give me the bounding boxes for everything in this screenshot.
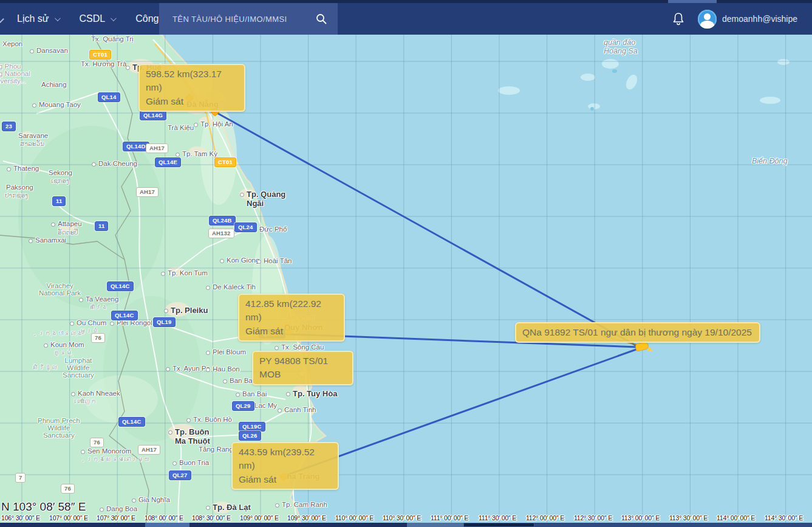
app-window: Lịch sử CSDL Công cụ <box>0 0 812 527</box>
topbar-right-cluster: demoanhh@vishipe <box>672 3 812 35</box>
vessel-search-box <box>159 3 338 35</box>
top-scrollbar-thumb[interactable] <box>668 0 717 3</box>
menu-item[interactable]: Lịch sử <box>17 13 59 24</box>
map-marker[interactable] <box>287 329 292 335</box>
cursor-coordinate-readout: N 103° 08′ 58″ E <box>1 500 86 514</box>
search-input[interactable] <box>159 15 316 24</box>
menu-item[interactable]: CSDL <box>80 13 115 24</box>
top-edge-strip <box>0 0 812 3</box>
bottom-scrollbar[interactable] <box>0 523 812 527</box>
chevron-down-icon <box>54 15 60 21</box>
scrollbar-thumb[interactable] <box>145 523 189 527</box>
map-artwork <box>0 35 812 527</box>
search-icon[interactable] <box>316 13 327 24</box>
chevron-down-icon[interactable] <box>0 15 4 23</box>
map-marker[interactable] <box>299 371 305 377</box>
map-marker[interactable] <box>272 331 278 337</box>
menu-item-label: Lịch sử <box>17 13 49 24</box>
user-email[interactable]: demoanhh@vishipe <box>722 14 797 24</box>
scrollbar-segment-right[interactable] <box>534 523 812 527</box>
top-navigation-bar: Lịch sử CSDL Công cụ <box>0 3 812 35</box>
chevron-down-icon <box>111 15 117 21</box>
map-canvas[interactable]: XeponDansavang Phou g National iversity.… <box>0 35 812 527</box>
user-avatar[interactable] <box>698 10 717 29</box>
notifications-bell-icon[interactable] <box>672 12 684 26</box>
main-menu: Lịch sử CSDL Công cụ <box>17 13 182 24</box>
scrollbar-segment-dark[interactable] <box>463 523 534 527</box>
scrollbar-segment[interactable] <box>407 523 463 527</box>
menu-item-label: CSDL <box>80 13 106 24</box>
